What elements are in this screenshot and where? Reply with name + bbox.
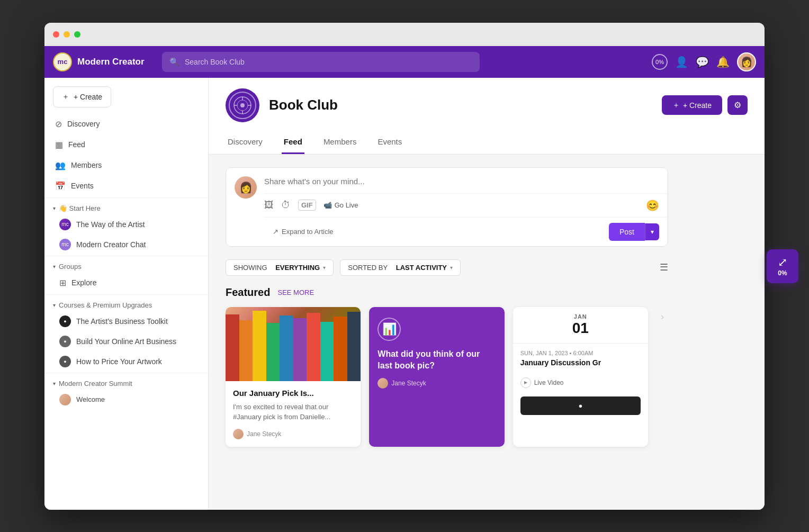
composer-input[interactable] xyxy=(264,168,668,193)
showing-filter[interactable]: SHOWING EVERYTHING ▾ xyxy=(226,259,334,276)
event-month: JAN xyxy=(519,313,642,320)
sidebar-item-way-of-artist[interactable]: mc The Way of the Artist xyxy=(44,214,208,235)
artists-toolkit-icon: ● xyxy=(59,315,71,327)
purple-author-avatar xyxy=(377,378,388,389)
brand-name: Modern Creator xyxy=(77,57,145,67)
search-icon: 🔍 xyxy=(169,57,179,67)
chevron-down-icon-filter2: ▾ xyxy=(450,265,453,270)
expand-to-article[interactable]: ↗ Expand to Article xyxy=(273,228,334,236)
sidebar-item-build-online-art[interactable]: ● Build Your Online Art Business xyxy=(44,331,208,351)
featured-header: Featured SEE MORE xyxy=(226,286,668,299)
go-live-button[interactable]: 📹 Go Live xyxy=(323,201,358,209)
group-logo-svg xyxy=(233,96,252,115)
image-icon[interactable]: 🖼 xyxy=(264,200,274,211)
card-discussion: 📊 What did you think of our last book pi… xyxy=(369,307,504,447)
feed-content: 👩 🖼 ⏱ GIF 📹 Go Live 😊 xyxy=(209,155,685,459)
sidebar-item-members[interactable]: 👥 Members xyxy=(44,155,208,176)
chevron-down-icon-4: ▾ xyxy=(53,381,56,386)
tab-discovery[interactable]: Discovery xyxy=(226,131,265,154)
video-icon: 📹 xyxy=(323,201,332,209)
tab-members[interactable]: Members xyxy=(321,131,359,154)
search-bar[interactable]: 🔍 xyxy=(162,52,480,72)
modern-creator-chat-icon: mc xyxy=(59,239,71,250)
bell-icon[interactable]: 🔔 xyxy=(716,56,730,68)
sidebar-item-modern-creator-chat[interactable]: mc Modern Creator Chat xyxy=(44,235,208,255)
chat-icon[interactable]: 💬 xyxy=(696,56,709,68)
purple-author-name: Jane Stecyk xyxy=(391,380,426,387)
section-summit[interactable]: ▾ Modern Creator Summit xyxy=(44,374,208,390)
gif-icon[interactable]: GIF xyxy=(298,200,316,211)
search-input[interactable] xyxy=(185,58,472,66)
see-more-link[interactable]: SEE MORE xyxy=(277,288,314,296)
sorted-label: SORTED BY xyxy=(348,264,388,272)
user-avatar[interactable]: 👩 xyxy=(737,52,756,71)
section-courses[interactable]: ▾ Courses & Premium Upgrades xyxy=(44,296,208,311)
composer-footer: ↗ Expand to Article Post ▾ xyxy=(264,217,668,246)
events-icon: 📅 xyxy=(55,181,66,191)
post-button-group: Post ▾ xyxy=(609,223,659,241)
event-subtitle: SUN, JAN 1, 2023 • 6:00AM xyxy=(520,350,641,356)
books-display xyxy=(226,307,361,381)
way-of-artist-icon: mc xyxy=(59,219,71,230)
titlebar xyxy=(44,23,765,46)
float-progress-button[interactable]: ⤢ 0% xyxy=(767,249,798,283)
event-day: 01 xyxy=(519,320,642,337)
sidebar: ＋ + Create ⊘ Discovery ▦ Feed 👥 Members … xyxy=(44,78,209,510)
group-logo xyxy=(226,88,259,122)
settings-button[interactable]: ⚙ xyxy=(727,95,748,115)
tab-events[interactable]: Events xyxy=(375,131,404,154)
tab-feed[interactable]: Feed xyxy=(282,131,304,154)
progress-circle: 0% xyxy=(652,54,668,70)
sidebar-item-discovery[interactable]: ⊘ Discovery xyxy=(44,114,208,134)
event-title: January Discussion Gr xyxy=(520,358,641,367)
main-content: Book Club ＋ + Create ⚙ Discovery Fee xyxy=(209,78,765,510)
featured-cards: Our January Pick Is... I'm so excited to… xyxy=(226,307,668,447)
section-groups[interactable]: ▾ Groups xyxy=(44,257,208,273)
sidebar-item-price-artwork[interactable]: ● How to Price Your Artwork xyxy=(44,351,208,372)
members-icon: 👥 xyxy=(55,160,66,170)
app-window: mc Modern Creator 🔍 0% 👤 💬 🔔 👩 ＋ + Creat… xyxy=(44,23,765,510)
close-btn[interactable] xyxy=(53,31,59,38)
card-purple-body: 📊 What did you think of our last book pi… xyxy=(369,307,504,396)
progress-label: 0% xyxy=(655,59,664,65)
composer-right: 🖼 ⏱ GIF 📹 Go Live 😊 ↗ xyxy=(264,168,668,246)
sidebar-item-artists-toolkit[interactable]: ● The Artist's Business Toolkit xyxy=(44,311,208,331)
post-dropdown-button[interactable]: ▾ xyxy=(645,223,659,240)
sidebar-item-welcome[interactable]: Welcome xyxy=(44,390,208,410)
sidebar-item-events[interactable]: 📅 Events xyxy=(44,176,208,196)
play-icon[interactable]: ▶ xyxy=(520,377,531,388)
poll-card-icon: 📊 xyxy=(377,318,401,341)
card-event: JAN 01 SUN, JAN 1, 2023 • 6:00AM January… xyxy=(513,307,648,447)
event-cta-button[interactable]: ● xyxy=(520,396,641,415)
feed-icon: ▦ xyxy=(55,140,63,150)
poll-icon[interactable]: ⏱ xyxy=(281,200,291,211)
composer-tools: 🖼 ⏱ GIF 📹 Go Live 😊 xyxy=(264,193,668,217)
group-logo-inner xyxy=(229,92,256,119)
sidebar-item-feed[interactable]: ▦ Feed xyxy=(44,134,208,155)
list-view-icon[interactable]: ☰ xyxy=(660,262,668,273)
brand-logo-area[interactable]: mc Modern Creator xyxy=(53,52,154,71)
card-january-pick: Our January Pick Is... I'm so excited to… xyxy=(226,307,361,447)
add-member-icon[interactable]: 👤 xyxy=(675,56,688,68)
sidebar-item-explore[interactable]: ⊞ Explore xyxy=(44,273,208,293)
author-name: Jane Stecyk xyxy=(247,430,281,438)
create-button[interactable]: ＋ + Create xyxy=(53,86,111,107)
cards-next-icon[interactable]: › xyxy=(657,307,668,447)
section-start-here[interactable]: ▾ 👋 Start Here xyxy=(44,199,208,214)
group-create-button[interactable]: ＋ + Create xyxy=(662,95,722,115)
price-artwork-icon: ● xyxy=(59,356,71,367)
event-video: ▶ Live Video xyxy=(513,373,648,392)
sorted-filter[interactable]: SORTED BY LAST ACTIVITY ▾ xyxy=(340,259,461,276)
brand-icon: mc xyxy=(53,52,72,71)
card-body: Our January Pick Is... I'm so excited to… xyxy=(226,381,361,447)
event-date: JAN 01 xyxy=(513,307,648,344)
card-author: Jane Stecyk xyxy=(233,429,353,439)
minimize-btn[interactable] xyxy=(64,31,70,38)
emoji-icon[interactable]: 😊 xyxy=(646,199,659,212)
event-cta-label: ● xyxy=(578,402,582,410)
card-text: I'm so excited to reveal that our #Janua… xyxy=(233,402,353,422)
filter-bar: SHOWING EVERYTHING ▾ SORTED BY LAST ACTI… xyxy=(226,259,668,276)
maximize-btn[interactable] xyxy=(74,31,80,38)
post-button[interactable]: Post xyxy=(609,223,645,241)
svg-point-2 xyxy=(240,103,245,107)
